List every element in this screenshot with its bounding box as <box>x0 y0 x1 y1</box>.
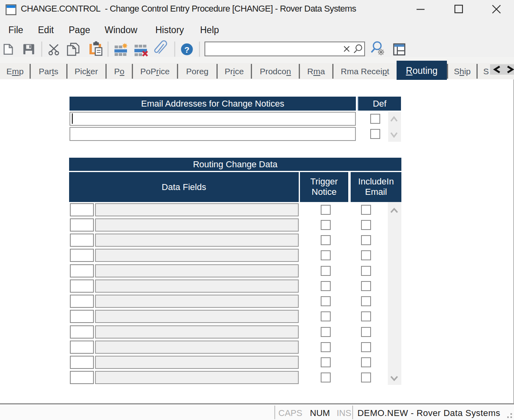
svg-text:?: ? <box>185 45 190 54</box>
